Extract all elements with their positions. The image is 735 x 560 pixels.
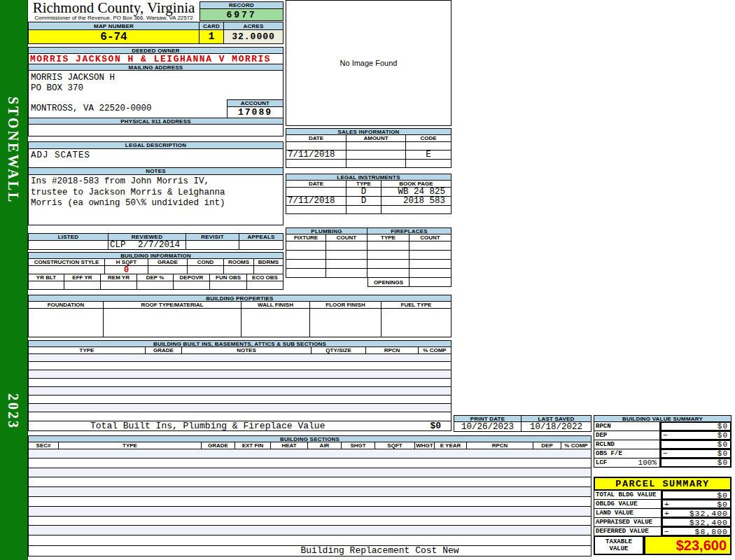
mailing-line-1: MORRIS JACKSON H — [29, 71, 283, 83]
fuel-type-value — [382, 308, 451, 337]
plumbing-row — [286, 259, 451, 269]
building-sections-section: BUILDING SECTIONS SEC# TYPE GRADE EXT FI… — [28, 435, 592, 556]
instr-bookpage: WB 24 825 — [382, 187, 451, 197]
card-value: 1 — [200, 29, 224, 44]
instr-date — [286, 187, 346, 197]
notes-line-3: Morris (ea owning 50\% undivided int) — [31, 198, 283, 209]
instr-date: 7/11/2018 — [286, 196, 346, 206]
building-section-row — [29, 449, 591, 458]
bs-air-label: AIR — [308, 442, 342, 449]
plumbing-row — [286, 241, 451, 251]
bvs-obs-label: OBS F/E — [594, 449, 660, 458]
bvs-dep-value-cell: − $0 — [660, 430, 732, 440]
parcel-summary-section: PARCEL SUMMARY TOTAL BLDG VALUE $0 OBLDG… — [594, 477, 732, 555]
map-card-acres: MAP NUMBER CARD ACRES 6-74 1 32.0000 — [28, 22, 284, 44]
legal-instruments-section: LEGAL INSTRUMENTS DATE TYPE BOOK PAGE D … — [286, 174, 451, 214]
bs-shgt-label: SHGT — [342, 442, 375, 449]
appraised-value-cell: $32,400 — [662, 517, 732, 527]
bs-whgt-label: WHGT — [415, 442, 435, 449]
openings-value — [410, 277, 451, 287]
bs-type-label: TYPE — [59, 442, 202, 449]
instr-type: D — [346, 196, 382, 206]
bvs-value: $0 — [718, 449, 728, 458]
built-ins-row — [29, 404, 451, 412]
bvs-lcf-label: LCF — [596, 459, 607, 466]
reviewed-by: CLP — [110, 240, 126, 250]
taxable-label-line2: VALUE — [609, 545, 628, 552]
built-ins-total-label: Total Built Ins, Plumbing & Fireplace Va… — [90, 421, 325, 431]
land-value-label: LAND VALUE — [594, 508, 662, 518]
bi-type-label: TYPE — [28, 346, 146, 354]
appeals-value — [239, 240, 284, 250]
physical-address-value — [28, 124, 284, 136]
plumbing-row — [286, 250, 451, 260]
bs-rpcn-label: RPCN — [467, 442, 533, 449]
taxable-value: $23,600 — [644, 536, 732, 555]
instrument-row: 7/11/2018 D 2018 583 — [286, 196, 451, 206]
ps-value: $8,800 — [695, 527, 728, 536]
built-ins-row — [29, 387, 451, 396]
bvs-rclnd-label: RCLND — [594, 440, 660, 449]
bs-sec-label: SEC# — [28, 442, 59, 449]
ps-op: + — [664, 509, 669, 518]
account-box: ACCOUNT 17089 — [227, 99, 284, 118]
bvs-lcf-value-cell: $0 — [660, 458, 732, 468]
built-ins-row — [29, 412, 451, 421]
sales-row: 7/11/2018 E — [286, 150, 451, 160]
bvs-lcf-label-cell: LCF 100% — [594, 458, 660, 468]
building-section-row — [29, 536, 591, 545]
total-bldg-value-cell: $0 — [662, 490, 732, 500]
bvs-op: − — [663, 431, 668, 440]
bs-sqft-label: SQFT — [375, 442, 415, 449]
bs-grade-label: GRADE — [202, 442, 235, 449]
bvs-rpcn-value-cell: $0 — [660, 421, 732, 431]
plumbing-row — [286, 268, 451, 278]
land-value-cell: + $32,400 — [662, 508, 732, 518]
plumbing-fireplaces-section: PLUMBING FIREPLACES FIXTURE COUNT TYPE C… — [286, 227, 451, 287]
bvs-value: $0 — [718, 440, 728, 449]
built-ins-total-row: Total Built Ins, Plumbing & Fireplace Va… — [28, 421, 451, 431]
review-section: LISTED REVIEWED REVISIT APPEALS CLP 2/7/… — [28, 233, 284, 250]
bvs-value: $0 — [718, 458, 728, 467]
notes-line-2: trustee to Jackson Morris & Leighanna — [31, 188, 283, 199]
building-sections-rows — [28, 449, 592, 546]
building-section-row — [29, 507, 591, 517]
building-information-section: BUILDING INFORMATION CONSTRUCTION STYLE … — [28, 252, 284, 290]
bs-comp-label: % COMP — [561, 442, 592, 449]
print-info-section: PRINT DATE LAST SAVED 10/26/2023 10/18/2… — [454, 415, 592, 432]
record-box: RECORD 6977 — [200, 1, 284, 21]
notes-line-1: Ins #2018-583 from John Morris IV, — [31, 176, 283, 188]
revisit-value — [186, 240, 239, 250]
bs-extfin-label: EXT FIN — [235, 442, 271, 449]
bvs-value: $0 — [718, 431, 728, 440]
legal-section: LEGAL DESCRIPTION ADJ SCATES NOTES Ins #… — [28, 141, 284, 225]
obldg-value-cell: + $0 — [662, 499, 732, 509]
sales-information-section: SALES INFORMATION DATE AMOUNT CODE 7/11/… — [286, 128, 451, 168]
sale-date: 7/11/2018 — [286, 150, 346, 160]
sale-code: E — [406, 150, 451, 160]
instr-bookpage: 2018 583 — [382, 196, 451, 206]
built-ins-row — [29, 379, 451, 387]
mailing-line-2: PO BOX 370 — [29, 83, 283, 94]
instrument-row — [286, 205, 451, 214]
built-ins-section: BUILDING BUILT INS, BASEMENTS, ATTICS & … — [28, 340, 451, 431]
built-ins-total-value: $0 — [430, 421, 441, 431]
sales-row — [286, 159, 451, 168]
county-header: Richmond County, Virginia Commissioner o… — [28, 0, 200, 22]
building-section-row — [29, 517, 591, 526]
deferred-value-cell: − $8,800 — [662, 526, 732, 536]
property-photo-panel: No Image Found — [286, 0, 451, 126]
obldg-value-label: OBLDG VALUE — [594, 499, 662, 509]
foundation-value — [28, 308, 104, 337]
county-title: Richmond County, Virginia — [28, 0, 200, 15]
bi-qty-label: QTY/SIZE — [312, 346, 366, 354]
building-section-row — [29, 497, 591, 507]
built-ins-row — [29, 354, 451, 362]
no-image-text: No Image Found — [340, 59, 398, 67]
legal-description-value: ADJ SCATES — [28, 148, 284, 168]
bvs-obs-value-cell: − $0 — [660, 449, 732, 458]
roof-value — [104, 308, 241, 337]
map-number-value: 6-74 — [28, 29, 200, 44]
reviewed-date: 2/7/2014 — [138, 240, 180, 250]
district-sidebar: STONEWALL 2023 — [0, 0, 28, 560]
